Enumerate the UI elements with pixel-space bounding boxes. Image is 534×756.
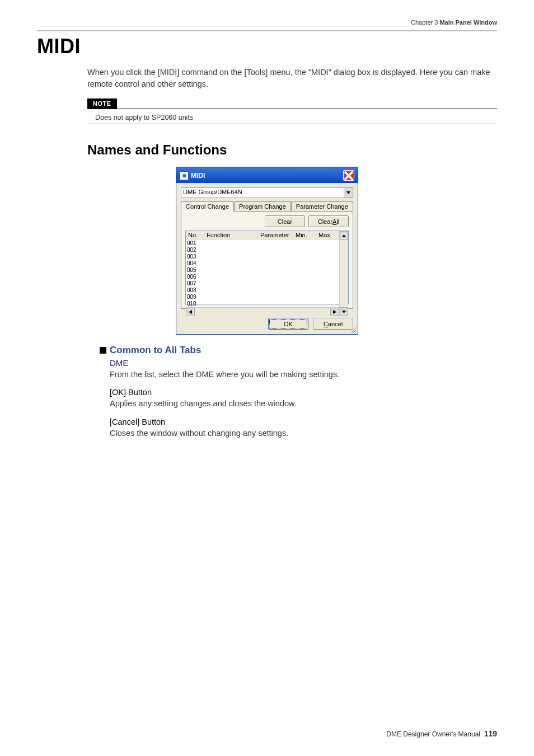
chapter-number: Chapter 3 bbox=[411, 19, 438, 26]
footer-text: DME Designer Owner's Manual bbox=[386, 730, 480, 738]
scroll-up-icon[interactable] bbox=[340, 231, 348, 240]
table-row[interactable]: 005 bbox=[187, 267, 339, 274]
tab-control-change[interactable]: Control Change bbox=[181, 201, 234, 212]
tab-content: Clear Clear All No. Function Parameter bbox=[181, 211, 353, 309]
item-heading-cancel: [Cancel] Button bbox=[110, 417, 497, 426]
clear-button[interactable]: Clear bbox=[265, 215, 305, 227]
table-row[interactable]: 008 bbox=[187, 287, 339, 294]
table-row[interactable]: 001 bbox=[187, 240, 339, 247]
table-row[interactable]: 006 bbox=[187, 274, 339, 280]
tab-program-change[interactable]: Program Change bbox=[234, 201, 291, 211]
col-min[interactable]: Min. bbox=[293, 231, 316, 239]
table-row[interactable]: 003 bbox=[187, 253, 339, 260]
dialog-title-text: MIDI bbox=[191, 172, 205, 180]
page-title: MIDI bbox=[37, 35, 497, 58]
dme-select-value: DME Group/DME64N bbox=[181, 188, 344, 198]
cancel-button[interactable]: Cancel bbox=[313, 318, 353, 330]
app-icon: ▦ bbox=[180, 171, 189, 180]
scrollbar-vertical[interactable] bbox=[339, 231, 348, 316]
item-heading-ok: [OK] Button bbox=[110, 388, 497, 397]
clear-all-button[interactable]: Clear All bbox=[308, 215, 349, 227]
page-number: 119 bbox=[484, 729, 497, 738]
header-rule bbox=[37, 30, 497, 31]
tabs-row: Control Change Program Change Parameter … bbox=[181, 201, 353, 211]
dialog-titlebar[interactable]: ▦ MIDI bbox=[176, 167, 358, 183]
note-block: NOTE Does not apply to SP2060 units bbox=[87, 98, 497, 124]
item-desc-cancel: Closes the window without changing any s… bbox=[110, 428, 497, 439]
chapter-header: Chapter 3 Main Panel Window bbox=[37, 19, 497, 26]
tab-parameter-change[interactable]: Parameter Change bbox=[291, 201, 353, 211]
table-row[interactable]: 004 bbox=[187, 260, 339, 267]
listview[interactable]: No. Function Parameter Min. Max. 001 bbox=[185, 231, 349, 304]
close-icon[interactable] bbox=[343, 170, 354, 181]
note-rule-bottom bbox=[87, 124, 497, 124]
table-row[interactable]: 007 bbox=[187, 280, 339, 287]
table-row[interactable]: 002 bbox=[187, 247, 339, 253]
ok-button[interactable]: OK bbox=[268, 318, 308, 330]
listview-header: No. Function Parameter Min. Max. bbox=[186, 231, 339, 240]
chevron-down-icon[interactable] bbox=[344, 188, 353, 198]
page-footer: DME Designer Owner's Manual 119 bbox=[386, 729, 497, 756]
intro-paragraph: When you click the [MIDI] command on the… bbox=[87, 67, 497, 90]
note-text: Does not apply to SP2060 units bbox=[87, 109, 497, 124]
note-label: NOTE bbox=[87, 98, 117, 109]
dialog-screenshot-container: ▦ MIDI DME Group/DME64N Control Change P… bbox=[37, 167, 497, 335]
item-desc-dme: From the list, select the DME where you … bbox=[110, 369, 497, 380]
item-desc-ok: Applies any setting changes and closes t… bbox=[110, 398, 497, 409]
col-function[interactable]: Function bbox=[204, 231, 258, 239]
table-row[interactable]: 010 bbox=[187, 300, 339, 307]
dme-select[interactable]: DME Group/DME64N bbox=[181, 187, 353, 198]
square-bullet-icon bbox=[100, 347, 106, 354]
col-max[interactable]: Max. bbox=[316, 231, 339, 239]
resize-grip-icon[interactable] bbox=[350, 327, 357, 334]
table-row[interactable]: 009 bbox=[187, 294, 339, 300]
col-parameter[interactable]: Parameter bbox=[258, 231, 293, 239]
subsection-heading-common: Common to All Tabs bbox=[100, 345, 497, 356]
section-heading: Names and Functions bbox=[87, 142, 497, 158]
chapter-title: Main Panel Window bbox=[439, 19, 497, 26]
item-heading-dme: DME bbox=[110, 358, 497, 368]
listview-rows[interactable]: 001 002 003 004 005 006 007 008 009 bbox=[186, 240, 339, 307]
midi-dialog: ▦ MIDI DME Group/DME64N Control Change P… bbox=[176, 167, 358, 335]
col-no[interactable]: No. bbox=[186, 231, 204, 239]
